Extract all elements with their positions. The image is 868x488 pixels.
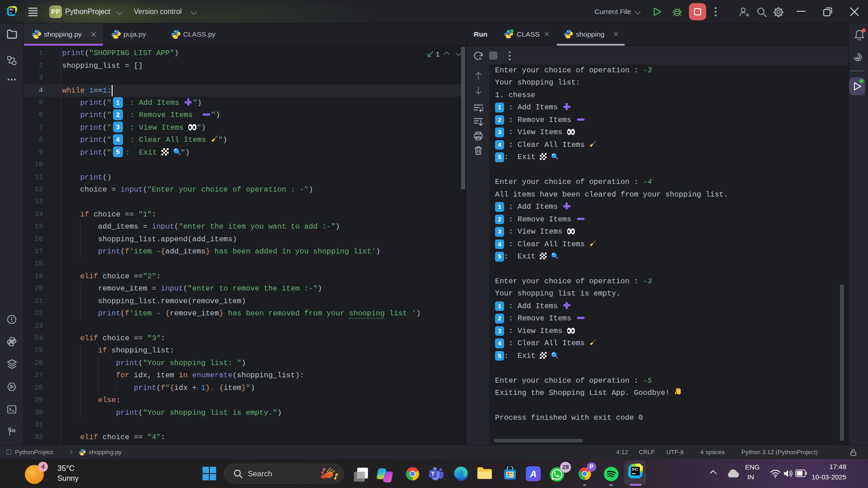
svg-text:PC: PC [9, 8, 14, 11]
svg-text:PC: PC [632, 467, 638, 472]
svg-text:T: T [431, 471, 435, 477]
